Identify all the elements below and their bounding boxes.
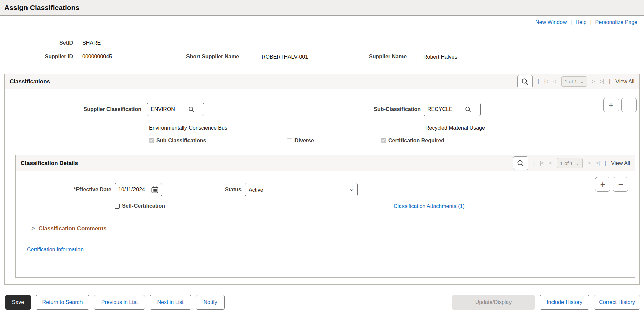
classification-details-view-all-link[interactable]: View All bbox=[611, 160, 630, 166]
supplier-name-label: Supplier Name bbox=[369, 54, 407, 60]
self-certification-checkbox-row: Self-Certification bbox=[115, 203, 165, 209]
sub-classification-description: Recycled Material Usage bbox=[425, 125, 485, 131]
return-to-search-button[interactable]: Return to Search bbox=[36, 295, 89, 310]
certification-information-link[interactable]: Certification Information bbox=[27, 247, 84, 253]
add-row-button[interactable]: + bbox=[603, 98, 619, 112]
include-history-button[interactable]: Include History bbox=[540, 295, 589, 310]
effective-date-label: *Effective Date bbox=[16, 187, 111, 193]
status-field: Active ⌄ bbox=[245, 183, 358, 196]
classification-attachments-link[interactable]: Classification Attachments (1) bbox=[394, 203, 465, 209]
bottom-toolbar: Save Return to Search Previous in List N… bbox=[0, 295, 644, 310]
add-detail-row-button[interactable]: + bbox=[595, 177, 610, 192]
page-title: Assign Classifications bbox=[4, 4, 79, 12]
previous-page-icon: < bbox=[553, 78, 556, 85]
diverse-checkbox-row: Diverse bbox=[287, 138, 314, 144]
classifications-page-select: 1 of 1 ⌄ bbox=[561, 76, 587, 87]
delete-detail-row-button[interactable]: − bbox=[613, 177, 628, 192]
personalize-page-link[interactable]: Personalize Page bbox=[595, 19, 637, 25]
effective-date-field bbox=[115, 183, 162, 196]
self-certification-label: Self-Certification bbox=[122, 203, 165, 209]
supplier-id-value: 0000000045 bbox=[82, 54, 112, 60]
page-header-bar: Assign Classifications bbox=[0, 0, 644, 16]
first-page-icon: |< bbox=[540, 160, 544, 167]
new-window-link[interactable]: New Window bbox=[535, 19, 567, 25]
expand-arrow-icon: > bbox=[31, 225, 35, 232]
pagination-separator: | bbox=[533, 160, 535, 167]
classification-details-page-select: 1 of 1 ⌄ bbox=[557, 158, 583, 168]
classifications-search-button[interactable] bbox=[517, 75, 533, 88]
classification-details-row-actions: + − bbox=[595, 177, 628, 192]
certification-required-checkbox-label: Certification Required bbox=[388, 138, 444, 144]
effective-date-input[interactable] bbox=[118, 187, 148, 193]
classifications-groupbox: Classifications | |< < 1 of 1 ⌄ > >| | V… bbox=[4, 74, 640, 285]
classifications-pagination: | |< < 1 of 1 ⌄ > >| | View All bbox=[517, 75, 634, 88]
correct-history-button[interactable]: Correct History bbox=[594, 295, 640, 310]
minus-icon: − bbox=[626, 100, 631, 110]
previous-in-list-button[interactable]: Previous in List bbox=[94, 295, 145, 310]
supplier-name-value: Robert Halves bbox=[423, 54, 457, 60]
plus-icon: + bbox=[600, 179, 605, 190]
classifications-view-all-link[interactable]: View All bbox=[615, 79, 634, 85]
sub-classifications-checkbox bbox=[149, 138, 154, 143]
supplier-classification-label: Supplier Classification bbox=[5, 106, 141, 112]
status-select[interactable]: Active bbox=[245, 183, 358, 196]
diverse-checkbox bbox=[287, 138, 292, 143]
classification-details-title: Classification Details bbox=[21, 160, 78, 167]
chevron-down-icon: ⌄ bbox=[580, 80, 584, 83]
lookup-search-icon[interactable] bbox=[465, 106, 471, 113]
previous-page-icon: < bbox=[549, 160, 552, 167]
diverse-checkbox-label: Diverse bbox=[294, 138, 314, 144]
header-links: New Window | Help | Personalize Page bbox=[535, 19, 637, 25]
chevron-down-icon: ⌄ bbox=[576, 162, 579, 165]
classification-details-groupbox: Classification Details | |< < 1 of 1 ⌄ > bbox=[15, 155, 635, 278]
help-link[interactable]: Help bbox=[576, 19, 587, 25]
classification-details-header: Classification Details | |< < 1 of 1 ⌄ > bbox=[16, 155, 635, 171]
pagination-separator: | bbox=[605, 160, 606, 167]
sub-classification-input[interactable] bbox=[427, 106, 465, 112]
self-certification-checkbox[interactable] bbox=[115, 204, 120, 209]
lookup-search-icon[interactable] bbox=[188, 106, 195, 113]
setid-value: SHARE bbox=[82, 40, 101, 46]
supplier-classification-input[interactable] bbox=[151, 106, 188, 112]
delete-row-button[interactable]: − bbox=[621, 98, 637, 112]
sub-classifications-checkbox-label: Sub-Classifications bbox=[156, 138, 206, 144]
classifications-title: Classifications bbox=[10, 78, 50, 85]
first-page-icon: |< bbox=[544, 78, 548, 85]
next-in-list-button[interactable]: Next in List bbox=[150, 295, 191, 310]
sub-classification-field bbox=[424, 103, 481, 116]
certification-required-checkbox-row: Certification Required bbox=[381, 138, 444, 144]
classification-comments-label: Classification Comments bbox=[39, 225, 107, 232]
supplier-classification-field bbox=[147, 103, 204, 116]
calendar-icon[interactable] bbox=[151, 186, 159, 194]
link-separator: | bbox=[570, 19, 572, 25]
classification-comments-toggle[interactable]: > Classification Comments bbox=[31, 225, 107, 232]
notify-button[interactable]: Notify bbox=[196, 295, 225, 310]
classification-details-search-button[interactable] bbox=[513, 156, 528, 170]
supplier-id-label: Supplier ID bbox=[13, 54, 73, 60]
next-page-icon: > bbox=[588, 160, 591, 167]
short-supplier-name-value: ROBERTHALV-001 bbox=[262, 54, 308, 60]
classification-details-pagination: | |< < 1 of 1 ⌄ > >| | View All bbox=[513, 156, 630, 170]
short-supplier-name-label: Short Supplier Name bbox=[186, 54, 239, 60]
last-page-icon: >| bbox=[596, 160, 600, 167]
search-icon bbox=[521, 78, 529, 85]
minus-icon: − bbox=[618, 179, 623, 190]
status-label: Status bbox=[183, 187, 241, 193]
classifications-row-actions: + − bbox=[603, 98, 637, 112]
certification-required-checkbox bbox=[381, 138, 386, 143]
setid-label: SetID bbox=[13, 40, 73, 46]
next-page-icon: > bbox=[592, 78, 595, 85]
link-separator: | bbox=[590, 19, 591, 25]
plus-icon: + bbox=[608, 100, 613, 110]
sub-classification-label: Sub-Classification bbox=[350, 106, 421, 112]
update-display-button: Update/Display bbox=[452, 295, 535, 310]
supplier-classification-description: Environmentally Conscience Bus bbox=[149, 125, 227, 131]
pagination-separator: | bbox=[609, 78, 610, 85]
pagination-separator: | bbox=[538, 78, 539, 85]
last-page-icon: >| bbox=[600, 78, 604, 85]
sub-classifications-checkbox-row: Sub-Classifications bbox=[149, 138, 206, 144]
classifications-header: Classifications | |< < 1 of 1 ⌄ > >| | V… bbox=[5, 74, 639, 89]
save-button[interactable]: Save bbox=[5, 295, 31, 310]
search-icon bbox=[517, 160, 524, 167]
